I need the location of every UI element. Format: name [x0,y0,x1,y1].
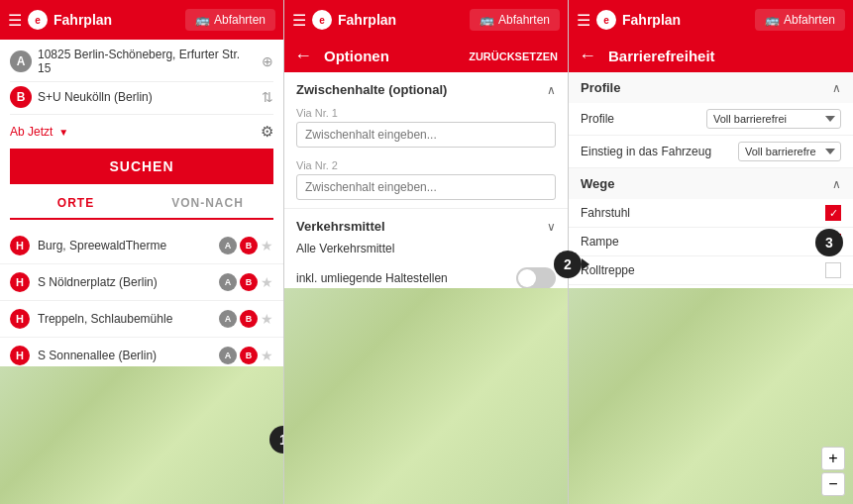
zwischenhalte-section-header[interactable]: Zwischenhalte (optional) ∧ [284,72,568,103]
toggle-knob [518,269,536,287]
zoom-in-button[interactable]: + [821,447,845,470]
app-title-2: Fahrplan [338,12,464,28]
reset-button[interactable]: ZURÜCKSETZEN [469,50,558,62]
via1-label: Via Nr. 1 [296,107,556,119]
map-panel3: + − [569,288,853,504]
chevron-icon: ∨ [547,220,556,234]
place-name: S Nöldnerplatz (Berlin) [38,275,219,289]
toggle-row: inkl. umliegende Haltestellen [284,263,568,288]
badge-a: A [219,347,237,364]
rolltreppe-label: Rolltreppe [581,263,825,277]
via1-input[interactable] [296,122,556,148]
abfahrten-tab-2[interactable]: 🚌 Abfahrten [470,9,560,31]
back-button[interactable]: ← [294,46,312,66]
transport-value: Alle Verkehrsmittel [284,240,568,263]
place-name: Treppeln, Schlaubemühle [38,312,219,326]
options-subheader: ← Optionen ZURÜCKSETZEN [284,40,568,72]
badge-b: B [240,273,258,291]
panel-main: ☰ e Fahrplan 🚌 Abfahrten A 10825 Berlin-… [0,0,284,504]
abfahrten-tab-3[interactable]: 🚌 Abfahrten [755,9,845,31]
toggle-label: inkl. umliegende Haltestellen [296,271,516,285]
bus-icon-3: 🚌 [765,13,780,27]
places-list: H Burg, SpreewaldTherme A B ★ H S Nöldne… [0,228,283,366]
callout-3: 3 [815,229,843,256]
star-icon[interactable]: ★ [261,238,273,253]
time-chevron-icon: ▼ [58,127,68,138]
chevron-profile-icon: ∧ [832,81,841,95]
swap-icon[interactable]: ⇅ [262,89,273,105]
list-item[interactable]: H Burg, SpreewaldTherme A B ★ [0,228,283,264]
list-item[interactable]: H Treppeln, Schlaubemühle A B ★ [0,301,283,338]
bus-icon: 🚌 [195,13,210,27]
panel3-header: ☰ e Fahrplan 🚌 Abfahrten [569,0,853,40]
einstieg-row: Einstieg in das Fahrzeug Voll barrierefr… [569,136,853,168]
barrier-body: Profile ∧ Profile Voll barrierefrei Roll… [569,72,853,288]
wege-section-title: Wege [581,176,614,191]
star-icon[interactable]: ★ [261,311,273,327]
rampe-label: Rampe [581,235,825,249]
menu-icon-3[interactable]: ☰ [577,11,590,30]
fahrstuhl-row: Fahrstuhl [569,199,853,228]
fahrstuhl-label: Fahrstuhl [581,206,825,220]
verkehrsmittel-title: Verkehrsmittel [296,219,385,234]
map-panel1: 1 [0,366,283,505]
panel1-header: ☰ e Fahrplan 🚌 Abfahrten [0,0,283,40]
badge-a: A [219,310,237,328]
place-badges: A B ★ [219,347,273,364]
star-icon[interactable]: ★ [261,274,273,290]
settings-icon[interactable]: ⚙ [261,123,273,141]
from-input[interactable]: 10825 Berlin-Schöneberg, Erfurter Str. 1… [38,48,256,75]
einstieg-select[interactable]: Voll barrierefre [738,142,841,161]
barrier-title: Barrierefreiheit [608,48,843,64]
h-icon: H [10,309,30,329]
abfahrten-tab[interactable]: 🚌 Abfahrten [185,9,275,31]
tab-orte[interactable]: ORTE [10,188,142,220]
logo: e [28,10,48,30]
barrier-subheader: ← Barrierefreiheit [569,40,853,72]
to-input[interactable]: S+U Neukölln (Berlin) [38,90,256,104]
badge-a: A [219,237,237,254]
location-icon[interactable]: ⊕ [262,53,273,69]
panel-barrier: ☰ e Fahrplan 🚌 Abfahrten ← Barrierefreih… [569,0,853,504]
search-button[interactable]: SUCHEN [10,149,273,184]
panel2-header: ☰ e Fahrplan 🚌 Abfahrten [284,0,568,40]
place-badges: A B ★ [219,273,273,291]
zoom-out-button[interactable]: − [821,472,845,496]
tab-von-nach[interactable]: VON-NACH [142,188,273,218]
profile-section-header[interactable]: Profile ∧ [569,72,853,103]
wege-section-header[interactable]: Wege ∧ [569,168,853,199]
callout-2: 2 [554,251,582,278]
list-item[interactable]: H S Nöldnerplatz (Berlin) A B ★ [0,264,283,301]
profile-select[interactable]: Voll barrierefrei Rollstuhlgerecht Keine… [706,109,841,129]
place-badges: A B ★ [219,310,273,328]
badge-b: B [240,237,258,254]
einstieg-label: Einstieg in das Fahrzeug [581,145,738,158]
star-icon[interactable]: ★ [261,348,273,363]
verkehrsmittel-section-header[interactable]: Verkehrsmittel ∨ [284,209,568,240]
search-area: A 10825 Berlin-Schöneberg, Erfurter Str.… [0,40,283,228]
list-item[interactable]: H S Sonnenallee (Berlin) A B ★ [0,338,283,366]
app-title: Fahrplan [53,12,179,28]
bus-icon-2: 🚌 [480,13,494,27]
via2-input[interactable] [296,174,556,200]
chevron-wege-icon: ∧ [832,177,841,191]
from-letter: A [10,50,32,72]
rolltreppe-checkbox[interactable] [825,262,841,278]
tab-label-2: Abfahrten [498,13,550,27]
fahrstuhl-checkbox[interactable] [825,205,841,221]
map-controls: + − [821,447,845,496]
back-button-3[interactable]: ← [579,46,596,66]
from-row: A 10825 Berlin-Schöneberg, Erfurter Str.… [10,48,273,75]
place-badges: A B ★ [219,237,273,254]
menu-icon-2[interactable]: ☰ [292,11,306,30]
badge-b: B [240,310,258,328]
h-icon: H [10,236,30,255]
via2-label: Via Nr. 2 [296,159,556,171]
options-body: Zwischenhalte (optional) ∧ Via Nr. 1 Via… [284,72,568,288]
time-label[interactable]: Ab Jetzt [10,125,53,139]
to-letter: B [10,86,32,108]
toggle-switch[interactable] [516,267,556,288]
map-bg-2 [284,288,568,504]
menu-icon[interactable]: ☰ [8,11,22,30]
badge-b: B [240,347,258,364]
